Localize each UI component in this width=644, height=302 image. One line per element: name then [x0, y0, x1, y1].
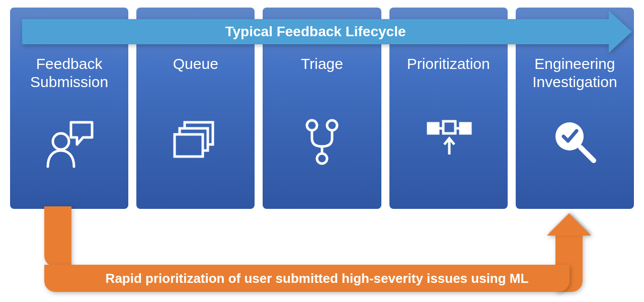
- lifecycle-arrow: Typical Feedback Lifecycle: [22, 19, 632, 44]
- ml-arrow-label: Rapid prioritization of user submitted h…: [44, 265, 570, 292]
- svg-point-3: [327, 120, 337, 130]
- stack-icon: [136, 118, 255, 162]
- svg-line-13: [581, 147, 594, 161]
- lifecycle-arrow-label: Typical Feedback Lifecycle: [22, 19, 609, 44]
- svg-rect-7: [443, 121, 455, 133]
- stage-label: Prioritization: [407, 55, 490, 95]
- magnify-check-icon: [516, 118, 634, 165]
- svg-point-4: [317, 154, 327, 164]
- stage-label: Queue: [173, 55, 218, 95]
- svg-point-2: [307, 120, 317, 130]
- arrow-right-icon: [609, 11, 632, 53]
- svg-point-0: [53, 133, 69, 149]
- ml-shortcut-arrow: Rapid prioritization of user submitted h…: [44, 206, 583, 292]
- priority-icon: [389, 118, 508, 161]
- ml-arrow-down-segment: [44, 206, 71, 267]
- branch-icon: [263, 118, 381, 167]
- arrow-up-icon: [547, 213, 591, 236]
- person-feedback-icon: [10, 118, 128, 169]
- svg-rect-1: [175, 134, 203, 157]
- stage-label: Engineering Investigation: [516, 55, 634, 95]
- svg-rect-8: [460, 123, 470, 133]
- svg-rect-6: [428, 123, 438, 133]
- stage-label: Feedback Submission: [10, 55, 128, 95]
- stage-label: Triage: [301, 55, 343, 95]
